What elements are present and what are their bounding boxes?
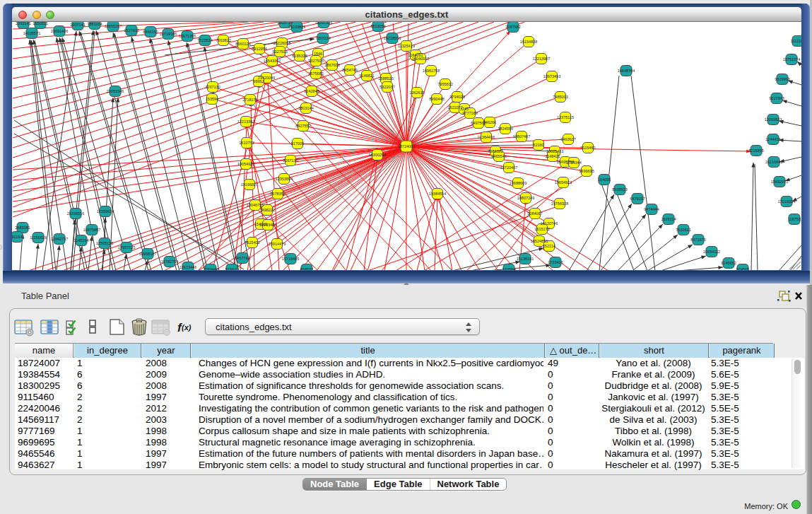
svg-text:12375115: 12375115 <box>557 115 574 119</box>
svg-text:10719185: 10719185 <box>160 32 177 36</box>
svg-text:164095: 164095 <box>598 177 611 182</box>
svg-text:9146821: 9146821 <box>359 74 374 78</box>
svg-text:252214: 252214 <box>543 244 555 248</box>
svg-text:11325419: 11325419 <box>398 44 415 48</box>
svg-text:10046755: 10046755 <box>247 203 264 207</box>
svg-text:6466160: 6466160 <box>143 30 158 34</box>
svg-text:1244415: 1244415 <box>765 137 780 141</box>
svg-text:21364436: 21364436 <box>478 135 495 139</box>
svg-text:98962: 98962 <box>253 79 264 83</box>
svg-text:17016504: 17016504 <box>778 199 795 204</box>
svg-text:16543362: 16543362 <box>264 59 281 63</box>
svg-text:20691406: 20691406 <box>51 29 68 33</box>
svg-text:858532: 858532 <box>300 267 313 270</box>
svg-text:9463627: 9463627 <box>560 137 575 141</box>
svg-text:16914479: 16914479 <box>269 242 286 246</box>
svg-text:6479197: 6479197 <box>630 197 645 201</box>
svg-text:9242848: 9242848 <box>304 89 319 93</box>
svg-text:103584: 103584 <box>502 267 515 270</box>
svg-text:9245652: 9245652 <box>721 261 736 265</box>
svg-text:18807249: 18807249 <box>517 196 534 200</box>
svg-text:1293446: 1293446 <box>203 267 218 270</box>
svg-text:18724007: 18724007 <box>398 144 415 148</box>
svg-text:2685081: 2685081 <box>15 226 30 230</box>
svg-text:8267130: 8267130 <box>283 158 298 163</box>
svg-text:15720407: 15720407 <box>500 165 517 170</box>
svg-text:1145194: 1145194 <box>73 238 88 243</box>
svg-text:10973493: 10973493 <box>543 74 560 78</box>
svg-text:19756928: 19756928 <box>551 201 568 206</box>
svg-text:15716485: 15716485 <box>282 257 299 261</box>
svg-text:1650551: 1650551 <box>33 22 47 25</box>
svg-text:11156819: 11156819 <box>30 235 47 240</box>
svg-text:10923446: 10923446 <box>180 265 196 269</box>
svg-text:1112183: 1112183 <box>791 39 801 43</box>
svg-text:12093823: 12093823 <box>765 117 782 122</box>
svg-text:16210643: 16210643 <box>765 160 782 164</box>
svg-text:19384554: 19384554 <box>429 192 446 196</box>
svg-text:8938923: 8938923 <box>612 187 627 192</box>
svg-text:2803144: 2803144 <box>298 106 313 110</box>
svg-text:3824554: 3824554 <box>498 127 512 131</box>
svg-text:1610753: 1610753 <box>239 141 254 145</box>
svg-text:8660124: 8660124 <box>235 42 250 46</box>
svg-text:14035571: 14035571 <box>23 31 40 35</box>
svg-text:7955812: 7955812 <box>437 82 452 86</box>
svg-text:62160: 62160 <box>533 143 543 147</box>
svg-text:10975887: 10975887 <box>83 228 100 232</box>
svg-text:19166827: 19166827 <box>241 182 258 187</box>
svg-text:8678352: 8678352 <box>270 192 285 196</box>
svg-text:10688609: 10688609 <box>510 181 526 185</box>
svg-text:2093141: 2093141 <box>16 22 30 25</box>
svg-text:7986322: 7986322 <box>488 149 502 153</box>
svg-text:17359924: 17359924 <box>97 209 114 214</box>
svg-text:17957225: 17957225 <box>118 245 135 250</box>
svg-text:8186328: 8186328 <box>292 54 307 58</box>
svg-text:7632621: 7632621 <box>676 228 690 232</box>
svg-text:9084067: 9084067 <box>527 211 542 216</box>
svg-text:7357224: 7357224 <box>315 36 330 40</box>
svg-text:9115460: 9115460 <box>580 146 595 150</box>
svg-text:153594: 153594 <box>206 97 218 101</box>
svg-text:19218506: 19218506 <box>384 36 401 40</box>
svg-text:3498222: 3498222 <box>259 208 274 212</box>
svg-text:2935114: 2935114 <box>661 217 676 221</box>
svg-text:15751074: 15751074 <box>783 57 800 62</box>
svg-text:9227343: 9227343 <box>769 96 784 100</box>
svg-text:9777169: 9777169 <box>462 111 477 115</box>
svg-text:8215955: 8215955 <box>748 148 763 153</box>
svg-text:12213383: 12213383 <box>237 119 254 124</box>
svg-text:15136141: 15136141 <box>517 257 534 261</box>
svg-text:7485003: 7485003 <box>553 95 567 99</box>
svg-text:116753: 116753 <box>788 217 801 221</box>
svg-text:20206516: 20206516 <box>67 211 84 216</box>
svg-text:3675685: 3675685 <box>308 71 323 76</box>
svg-text:924565: 924565 <box>736 267 749 270</box>
svg-text:1148421: 1148421 <box>545 154 560 158</box>
svg-text:1907141: 1907141 <box>70 23 85 27</box>
svg-text:8813054: 8813054 <box>370 24 385 28</box>
svg-text:9329966: 9329966 <box>775 77 789 81</box>
svg-text:2087682: 2087682 <box>505 25 520 29</box>
svg-text:9474444: 9474444 <box>644 207 659 211</box>
svg-text:3267130: 3267130 <box>205 85 220 89</box>
svg-text:10958107: 10958107 <box>139 252 156 256</box>
svg-text:2867608: 2867608 <box>324 63 339 67</box>
svg-text:16648784: 16648784 <box>618 69 635 73</box>
svg-text:1546: 1546 <box>314 52 322 56</box>
svg-text:10671355: 10671355 <box>179 34 196 38</box>
svg-text:9794028: 9794028 <box>449 95 464 99</box>
svg-text:(x): (x) <box>182 323 192 332</box>
svg-text:8912954: 8912954 <box>252 47 266 51</box>
svg-text:7515524: 7515524 <box>197 38 212 42</box>
svg-text:19201325: 19201325 <box>315 22 332 25</box>
svg-text:917006: 917006 <box>291 141 304 146</box>
svg-text:12505135: 12505135 <box>96 241 113 245</box>
svg-text:9465546: 9465546 <box>491 154 506 158</box>
svg-text:7663822: 7663822 <box>216 38 230 42</box>
svg-text:12353594: 12353594 <box>276 177 293 181</box>
svg-text:1588520: 1588520 <box>378 76 393 81</box>
svg-text:16961758: 16961758 <box>423 69 440 73</box>
svg-text:9327505: 9327505 <box>308 59 323 63</box>
svg-text:10025433: 10025433 <box>546 149 563 153</box>
